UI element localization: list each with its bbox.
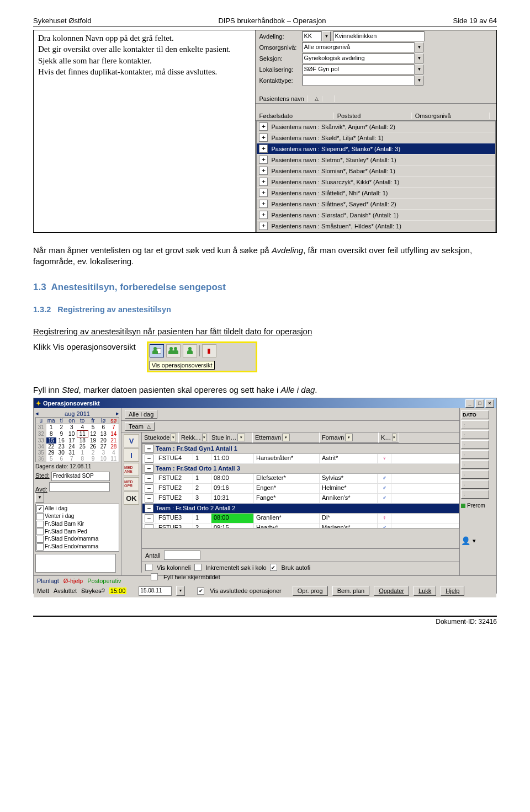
filter-dropdown-icon[interactable]: ▾ — [345, 434, 353, 441]
expand-icon[interactable]: + — [259, 167, 268, 175]
minimize-icon[interactable]: _ — [465, 399, 474, 408]
sted-input[interactable]: Fredrikstad SOP — [51, 472, 110, 481]
expand-icon[interactable]: + — [259, 133, 268, 142]
data-row[interactable]: −FSTUE4111:00Hansebråten*Astrit*♀ — [142, 454, 459, 464]
group-row[interactable]: −Team : Fr.Stad Gyn1 Antall 1 — [142, 444, 459, 454]
col-nav[interactable]: Pasientens navn △ — [259, 95, 335, 102]
filter-dropdown-icon[interactable]: ▾ — [282, 434, 290, 441]
empty-row-button[interactable]: : — [461, 480, 489, 489]
opr-prog-button[interactable]: Opr. prog — [293, 586, 328, 596]
grid-header[interactable]: Stuekode ▾Rekk… ▾Stue in… ▾Etternavn ▾Fo… — [142, 432, 459, 444]
expand-icon[interactable]: + — [259, 145, 268, 153]
omsorgsniva-dropdown-icon[interactable]: ▼ — [415, 42, 423, 52]
kontakttype-dropdown-icon[interactable]: ▼ — [415, 76, 423, 86]
grid-body[interactable]: −Team : Fr.Stad Gyn1 Antall 1−FSTUE4111:… — [142, 444, 459, 528]
empty-row-button[interactable]: : — [461, 490, 489, 499]
expand-icon[interactable]: + — [259, 200, 268, 208]
empty-row-button[interactable]: : — [461, 470, 489, 479]
oppdater-button[interactable]: Oppdater — [374, 586, 409, 596]
avdeling-dropdown-icon[interactable]: ▼ — [322, 31, 331, 41]
lukk-button[interactable]: Lukk — [414, 586, 436, 596]
expand-icon[interactable]: + — [259, 156, 268, 164]
side-button-v[interactable]: V — [124, 434, 139, 447]
avd-input[interactable] — [49, 482, 110, 492]
data-row[interactable]: −FSTUE3209:15Haarby*Mariann's*♂ — [142, 523, 459, 528]
grid-col[interactable]: Stuekode ▾ — [142, 432, 179, 443]
seksjon-input[interactable]: Gynekologisk avdeling — [302, 54, 415, 63]
patient-row[interactable]: +Pasientens navn : Slåttnes*, Sayed* (An… — [257, 199, 495, 210]
data-row[interactable]: −FSTUE2209:16Engen*Helmine*♂ — [142, 484, 459, 494]
calendar[interactable]: umationtofrløsø3112345673289101112131433… — [35, 417, 119, 462]
filter-dropdown-icon[interactable]: ▾ — [171, 434, 176, 441]
side-button-med ane[interactable]: MED ANE — [124, 463, 139, 476]
patient-row[interactable]: +Pasientens navn : Småstuen*, Hildes* (A… — [257, 221, 495, 232]
filter-item[interactable]: Fr.Stad Barn Kir — [36, 520, 118, 528]
filter-item[interactable]: Fr.Stad Endo/mamma — [36, 543, 118, 551]
bem-plan-button[interactable]: Bem. plan — [332, 586, 370, 596]
side-button-med opr[interactable]: MED OPR — [124, 477, 139, 490]
avdeling-text-input[interactable]: Kvinneklinikken — [333, 31, 425, 41]
side-button-i[interactable]: I — [124, 448, 139, 462]
patient-row[interactable]: +Pasientens navn : Skånvik*, Anjum* (Ant… — [257, 121, 495, 132]
empty-row-button[interactable]: : — [461, 440, 489, 449]
bruk-autofilter-checkbox[interactable]: ✔ — [270, 564, 277, 571]
filter-checklist[interactable]: ✔Alle i dagVenter i dagFr.Stad Barn KirF… — [35, 504, 119, 552]
down-arrow-icon[interactable]: ▾ — [473, 537, 476, 544]
grid-col[interactable]: K… ▾ — [379, 432, 399, 443]
date-picker-icon[interactable]: ▾ — [176, 586, 185, 596]
data-row[interactable]: −FSTUE2310:31Fange*Anniken's*♂ — [142, 494, 459, 504]
avdeling-code-input[interactable]: KK — [302, 31, 322, 41]
person-icon[interactable]: 👤 — [461, 536, 470, 545]
empty-row-button[interactable]: : — [461, 430, 489, 439]
maximize-icon[interactable]: □ — [475, 399, 484, 408]
kontakttype-input[interactable] — [302, 76, 415, 86]
grid-col[interactable]: Rekk… ▾ — [179, 432, 209, 443]
team-sorter[interactable]: Team △ — [125, 422, 155, 431]
hjelp-button[interactable]: Hjelp — [441, 586, 464, 596]
flag-icon[interactable]: ▮ — [202, 344, 216, 357]
dato-col-label[interactable]: DATO — [461, 410, 489, 419]
seksjon-dropdown-icon[interactable]: ▼ — [415, 54, 423, 63]
patient-list[interactable]: +Pasientens navn : Skånvik*, Anjum* (Ant… — [256, 121, 496, 232]
group-row[interactable]: −Team : Fr.Stad Orto 1 Antall 3 — [142, 464, 459, 474]
vis-kolonne-checkbox[interactable] — [145, 564, 152, 571]
next-month-icon[interactable]: ▸ — [116, 410, 119, 417]
team-icon[interactable] — [166, 344, 181, 357]
filter-dropdown-icon[interactable]: ▾ — [237, 434, 245, 441]
expand-icon[interactable]: + — [259, 178, 268, 186]
data-row[interactable]: −FSTUE2108:00Ellefsæter*Sylvias*♂ — [142, 474, 459, 484]
data-row[interactable]: −FSTUE3108:00Granlien*Di*♀ — [142, 514, 459, 523]
vis-operasjonsoversikt-icon[interactable] — [150, 344, 164, 357]
expand-icon[interactable]: + — [259, 211, 268, 219]
filter-dropdown-icon[interactable]: ▾ — [202, 434, 206, 441]
col-poststed[interactable]: Poststed — [337, 113, 412, 119]
empty-row-button[interactable]: : — [461, 460, 489, 469]
vis-avsluttede-checkbox[interactable]: ✔ — [197, 587, 204, 595]
prev-month-icon[interactable]: ◂ — [35, 410, 39, 417]
empty-row-button[interactable]: : — [461, 420, 489, 429]
expand-icon[interactable]: + — [259, 189, 268, 197]
filter-item[interactable]: Fr.Stad Barn Ped — [36, 528, 118, 536]
text-area-small[interactable] — [35, 554, 116, 573]
patient-row[interactable]: +Pasientens navn : Slåttelid*, Nhi* (Ant… — [257, 188, 495, 199]
patient-row[interactable]: +Pasientens navn : Slomian*, Babar* (Ant… — [257, 165, 495, 177]
expand-icon[interactable]: + — [259, 122, 268, 131]
grid-col[interactable]: Etternavn ▾ — [253, 432, 320, 443]
single-icon[interactable] — [183, 344, 197, 357]
filter-item[interactable]: ✔Alle i dag — [36, 505, 118, 512]
grid-col[interactable]: Stue in… ▾ — [209, 432, 253, 443]
col-omsorg[interactable]: Omsorgsnivå — [415, 113, 490, 119]
lokalisering-input[interactable]: SØF Gyn pol — [302, 65, 415, 74]
expand-icon[interactable]: + — [259, 222, 268, 230]
patient-row[interactable]: +Pasientens navn : Skøld*, Lilja* (Antal… — [257, 132, 495, 143]
patient-row[interactable]: +Pasientens navn : Slusarczyk*, Kikki* (… — [257, 177, 495, 188]
group-row[interactable]: −Team : Fr.Stad Orto 2 Antall 2 — [142, 504, 459, 514]
filter-item[interactable]: Venter i dag — [36, 512, 118, 520]
omsorgsniva-input[interactable]: Alle omsorgsnivå — [302, 42, 415, 52]
alle-i-dag-chip[interactable]: Alle i dag — [125, 410, 157, 419]
filter-dropdown-icon[interactable]: ▾ — [392, 434, 396, 441]
lokalisering-dropdown-icon[interactable]: ▼ — [415, 65, 423, 74]
inkrementelt-checkbox[interactable] — [194, 564, 202, 571]
window-titlebar[interactable]: ✦ Operasjonsoversikt _ □ × — [34, 398, 496, 408]
side-button-ok[interactable]: OK — [124, 492, 139, 505]
